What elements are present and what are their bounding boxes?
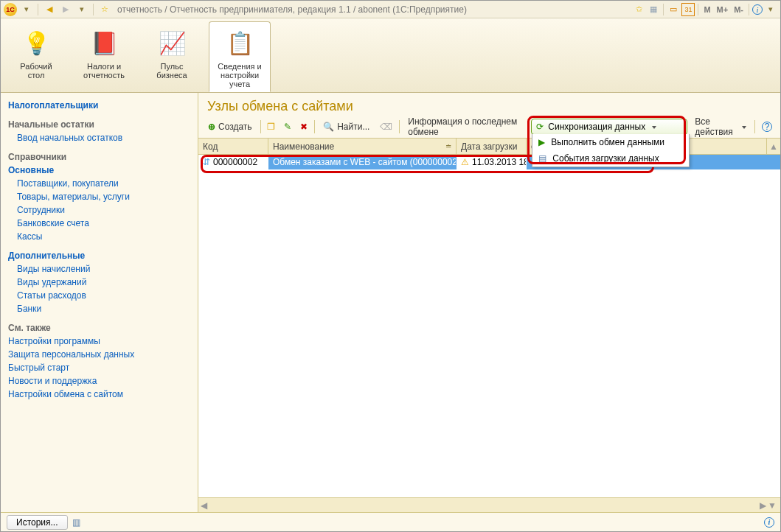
subgroup-main: Основные xyxy=(8,164,190,177)
links-icon[interactable]: ▦ xyxy=(647,3,660,16)
nav-expenses[interactable]: Статьи расходов xyxy=(8,289,190,302)
cell-code: ⇵ 000000002 xyxy=(198,155,268,169)
mem-m[interactable]: M xyxy=(701,5,712,14)
create-button[interactable]: ⊕ Создать xyxy=(203,119,257,135)
subgroup-extra: Дополнительные xyxy=(8,249,190,262)
grid-body[interactable]: ⇵ 000000002 Обмен заказами с WEB - сайто… xyxy=(198,155,780,497)
nav-employees[interactable]: Сотрудники xyxy=(8,203,190,217)
cell-date: ⚠ 11.03.2013 18 xyxy=(457,155,527,169)
last-exchange-info-button[interactable]: Информация о последнем обмене xyxy=(403,119,525,135)
titlebar-right: ✩ ▦ ▭ 31 M M+ M- i ▾ xyxy=(632,3,777,16)
nav-bank-accounts[interactable]: Банковские счета xyxy=(8,217,190,230)
info-icon[interactable]: i xyxy=(752,4,763,15)
page-title: Узлы обмена с сайтами xyxy=(198,93,780,117)
status-info-icon[interactable]: i xyxy=(764,517,774,528)
plus-icon: ⊕ xyxy=(208,122,215,132)
section-desktop[interactable]: 💡 Рабочий стол xyxy=(5,21,67,92)
chevron-down-icon xyxy=(740,122,746,132)
edit-button[interactable]: ✎ xyxy=(280,119,295,135)
column-header: Код Наименование ≐ Дата загрузки ентарий… xyxy=(198,139,780,155)
nav-menu-icon[interactable]: ▾ xyxy=(75,3,88,16)
clipboard-icon: 📋 xyxy=(223,27,256,59)
fav-add-icon[interactable]: ✩ xyxy=(632,3,645,16)
help-icon: ? xyxy=(762,122,772,132)
nav-initial-balances[interactable]: Ввод начальных остатков xyxy=(8,131,190,144)
warning-icon: ⚠ xyxy=(461,157,469,167)
sort-icon: ≐ xyxy=(445,142,451,150)
group-see-also: См. также xyxy=(8,323,190,333)
section-settings[interactable]: 📋 Сведения и настройки учета xyxy=(209,21,271,92)
delete-icon: ✖ xyxy=(300,122,308,132)
all-actions-button[interactable]: Все действия xyxy=(690,119,752,135)
sync-button[interactable]: ⟳ Синхронизация данных xyxy=(531,119,687,135)
col-date[interactable]: Дата загрузки xyxy=(457,139,527,154)
group-catalogs: Справочники xyxy=(8,152,190,162)
nav-taxpayers[interactable]: Налогоплательщики xyxy=(8,99,190,112)
panel-toggle-icon[interactable]: ▥ xyxy=(72,517,80,528)
info-menu-icon[interactable]: ▾ xyxy=(764,3,777,16)
group-initial: Начальные остатки xyxy=(8,119,190,130)
find-button[interactable]: 🔍 Найти... xyxy=(318,119,375,135)
chevron-down-icon xyxy=(650,122,656,132)
section-pulse[interactable]: 📈 Пульс бизнеса xyxy=(141,21,203,92)
nav-counterparties[interactable]: Поставщики, покупатели xyxy=(8,177,190,190)
col-name[interactable]: Наименование ≐ xyxy=(268,139,457,154)
nav-accruals[interactable]: Виды начислений xyxy=(8,262,190,276)
book-icon: 📕 xyxy=(88,27,120,59)
nav-app-settings[interactable]: Настройки программы xyxy=(8,335,190,348)
section-taxes[interactable]: 📕 Налоги и отчетность xyxy=(73,21,135,92)
content: Налогоплательщики Начальные остатки Ввод… xyxy=(1,92,780,512)
desktop-icon: 💡 xyxy=(20,27,52,59)
history-bar: История... ▥ i xyxy=(1,512,780,531)
copy-button[interactable]: ❐ xyxy=(263,119,279,135)
help-button[interactable]: ? xyxy=(758,119,776,135)
copy-icon: ❐ xyxy=(267,122,275,132)
delete-button[interactable]: ✖ xyxy=(296,119,311,135)
pencil-icon: ✎ xyxy=(284,122,291,132)
clear-search-icon: ⌫ xyxy=(380,122,392,132)
nav-deductions[interactable]: Виды удержаний xyxy=(8,276,190,289)
history-button[interactable]: История... xyxy=(7,515,68,530)
play-icon: ▶ xyxy=(538,137,545,147)
main-area: Узлы обмена с сайтами ⊕ Создать ❐ ✎ ✖ 🔍 … xyxy=(198,93,780,512)
mem-mm[interactable]: M- xyxy=(732,5,746,14)
app-1c-icon[interactable]: 1C xyxy=(4,3,17,16)
search-icon: 🔍 xyxy=(323,122,334,132)
dropdown-icon[interactable]: ▾ xyxy=(20,3,33,16)
menu-load-events[interactable]: ▤ События загрузки данных xyxy=(532,150,689,167)
main-toolbar: 💡 Рабочий стол 📕 Налоги и отчетность 📈 П… xyxy=(1,18,780,93)
node-icon: ⇵ xyxy=(203,157,210,167)
scroll-up-icon[interactable]: ▲ xyxy=(767,139,780,154)
sync-dropdown: ⟳ Синхронизация данных ▶ Выполнить обмен… xyxy=(532,119,687,135)
scroll-right-icon[interactable]: ▶ xyxy=(760,500,766,511)
menu-run-exchange[interactable]: ▶ Выполнить обмен данными xyxy=(532,134,689,150)
clear-search-button[interactable]: ⌫ xyxy=(376,119,396,135)
nav-news[interactable]: Новости и поддержка xyxy=(8,374,190,388)
h-scrollbar[interactable]: ◀ ▶ ▼ xyxy=(198,497,780,512)
pulse-icon: 📈 xyxy=(156,27,188,59)
nav-goods[interactable]: Товары, материалы, услуги xyxy=(8,190,190,203)
mem-mp[interactable]: M+ xyxy=(715,5,731,14)
nav-back-icon[interactable]: ◀ xyxy=(43,3,56,16)
table-row[interactable]: ⇵ 000000002 Обмен заказами с WEB - сайто… xyxy=(198,155,780,169)
nav-quickstart[interactable]: Быстрый старт xyxy=(8,361,190,374)
titlebar: 1C ▾ ◀ ▶ ▾ ☆ отчетность / Отчетность пре… xyxy=(1,1,780,18)
calendar-icon[interactable]: 31 xyxy=(681,3,695,16)
nav-banks[interactable]: Банки xyxy=(8,302,190,315)
nav-cash[interactable]: Кассы xyxy=(8,230,190,243)
sidebar: Налогоплательщики Начальные остатки Ввод… xyxy=(1,93,198,512)
nav-gdpr[interactable]: Защита персональных данных xyxy=(8,348,190,361)
log-icon: ▤ xyxy=(538,153,546,164)
nav-exchange-settings[interactable]: Настройки обмена с сайтом xyxy=(8,388,190,401)
cell-name: Обмен заказами с WEB - сайтом (000000002… xyxy=(268,155,457,169)
scroll-down-icon[interactable]: ▼ xyxy=(766,500,778,511)
window-title: отчетность / Отчетность предпринимателя,… xyxy=(117,4,629,15)
star-icon[interactable]: ☆ xyxy=(98,3,111,16)
scroll-left-icon[interactable]: ◀ xyxy=(201,500,207,511)
refresh-icon: ⟳ xyxy=(536,122,544,132)
col-code[interactable]: Код xyxy=(198,139,268,154)
nav-fwd-icon[interactable]: ▶ xyxy=(59,3,72,16)
list-toolbar: ⊕ Создать ❐ ✎ ✖ 🔍 Найти... ⌫ Информация … xyxy=(198,117,780,139)
calc-icon[interactable]: ▭ xyxy=(667,3,680,16)
